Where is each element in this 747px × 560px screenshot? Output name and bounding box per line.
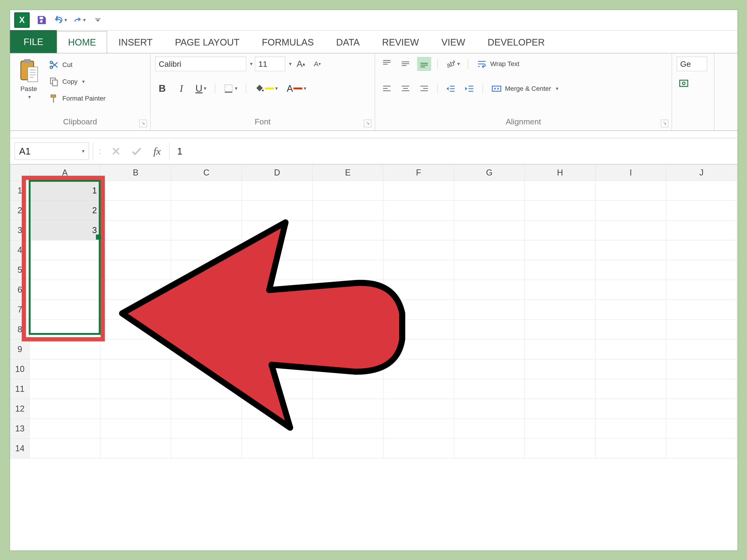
name-box-dropdown-icon[interactable]: ▾ (82, 148, 84, 154)
column-header[interactable]: G (454, 165, 525, 181)
cell[interactable] (30, 300, 100, 320)
cell[interactable] (666, 419, 737, 439)
cell[interactable] (171, 220, 242, 240)
worksheet-grid[interactable]: ABCDEFGHIJ1122334567891011121314 (10, 164, 738, 458)
cell[interactable] (313, 359, 383, 379)
cell[interactable] (666, 240, 737, 260)
column-header[interactable]: F (383, 165, 454, 181)
align-right-button[interactable] (417, 82, 431, 96)
cell[interactable] (313, 439, 383, 458)
cell[interactable] (595, 439, 666, 458)
cell[interactable] (454, 240, 525, 260)
cell[interactable]: 3 (30, 220, 100, 240)
cell[interactable] (454, 201, 525, 220)
accounting-format-button[interactable] (677, 77, 691, 91)
cell[interactable] (595, 300, 666, 320)
cell[interactable] (595, 419, 666, 439)
cell[interactable] (383, 300, 454, 320)
cell[interactable] (242, 220, 313, 240)
cell[interactable] (100, 359, 171, 379)
increase-indent-button[interactable] (462, 82, 476, 96)
cell[interactable] (454, 379, 525, 399)
merge-center-dropdown-icon[interactable]: ▾ (556, 86, 558, 92)
cell[interactable] (100, 320, 171, 340)
cell[interactable] (30, 439, 100, 458)
cell[interactable] (30, 419, 100, 439)
insert-function-button[interactable]: fx (149, 143, 165, 160)
borders-dropdown-icon[interactable]: ▾ (235, 85, 237, 91)
select-all-corner[interactable] (10, 165, 30, 181)
cell[interactable] (313, 240, 383, 260)
align-center-button[interactable] (398, 82, 412, 96)
cell[interactable] (383, 280, 454, 300)
cell[interactable] (171, 340, 242, 359)
merge-center-button[interactable]: Merge & Center ▾ (489, 81, 561, 96)
orientation-dropdown-icon[interactable]: ▾ (457, 61, 460, 67)
cell[interactable] (242, 399, 313, 419)
cell[interactable] (595, 399, 666, 419)
tab-file[interactable]: FILE (10, 30, 57, 53)
row-header[interactable]: 8 (10, 320, 30, 340)
cell[interactable] (525, 220, 595, 240)
align-middle-button[interactable] (398, 57, 412, 71)
customize-qat-button[interactable] (91, 14, 104, 27)
cell[interactable] (666, 201, 737, 220)
redo-button[interactable]: ▾ (73, 14, 86, 27)
tab-data[interactable]: DATA (325, 31, 371, 53)
cell[interactable] (313, 419, 383, 439)
tab-page-layout[interactable]: PAGE LAYOUT (164, 31, 251, 53)
cell[interactable] (100, 280, 171, 300)
cell[interactable] (100, 220, 171, 240)
tab-developer[interactable]: DEVELOPER (476, 31, 556, 53)
cell[interactable] (454, 280, 525, 300)
column-header[interactable]: I (595, 165, 666, 181)
cell[interactable] (525, 419, 595, 439)
cell[interactable] (100, 260, 171, 280)
tab-view[interactable]: VIEW (430, 31, 476, 53)
clipboard-launcher-icon[interactable]: ↘ (139, 120, 147, 127)
cell[interactable] (171, 399, 242, 419)
tab-insert[interactable]: INSERT (107, 31, 164, 53)
increase-font-button[interactable]: A▴ (294, 57, 308, 71)
cell[interactable] (525, 240, 595, 260)
cell[interactable] (525, 379, 595, 399)
underline-dropdown-icon[interactable]: ▾ (204, 85, 206, 91)
tab-review[interactable]: REVIEW (371, 31, 430, 53)
cell[interactable] (383, 220, 454, 240)
cell[interactable] (666, 300, 737, 320)
cell[interactable] (666, 399, 737, 419)
column-header[interactable]: H (525, 165, 595, 181)
cell[interactable] (666, 359, 737, 379)
cell[interactable] (30, 240, 100, 260)
cell[interactable] (242, 280, 313, 300)
cell[interactable] (595, 181, 666, 201)
italic-button[interactable]: I (174, 81, 188, 96)
enter-formula-button[interactable] (128, 143, 145, 160)
cell[interactable] (525, 340, 595, 359)
font-color-button[interactable]: A ▾ (285, 81, 308, 96)
cell[interactable] (666, 379, 737, 399)
cell[interactable] (383, 419, 454, 439)
tab-home[interactable]: HOME (57, 31, 107, 53)
cell[interactable] (525, 181, 595, 201)
row-header[interactable]: 13 (10, 419, 30, 439)
copy-button[interactable]: Copy ▾ (47, 75, 108, 89)
font-launcher-icon[interactable]: ↘ (364, 120, 371, 127)
underline-button[interactable]: U▾ (194, 81, 208, 96)
cell[interactable] (595, 220, 666, 240)
font-size-dropdown-icon[interactable]: ▾ (289, 61, 291, 67)
row-header[interactable]: 5 (10, 260, 30, 280)
cell[interactable] (171, 359, 242, 379)
cell[interactable] (383, 320, 454, 340)
row-header[interactable]: 4 (10, 240, 30, 260)
number-format-select[interactable]: Ge (677, 57, 707, 71)
cell[interactable] (100, 439, 171, 458)
redo-dropdown-icon[interactable]: ▾ (83, 17, 86, 23)
font-size-select[interactable] (255, 57, 285, 71)
decrease-indent-button[interactable] (444, 82, 458, 96)
row-header[interactable]: 3 (10, 220, 30, 240)
cell[interactable] (30, 379, 100, 399)
save-button[interactable] (35, 14, 48, 27)
copy-dropdown-icon[interactable]: ▾ (82, 79, 85, 85)
align-top-button[interactable] (380, 57, 394, 71)
